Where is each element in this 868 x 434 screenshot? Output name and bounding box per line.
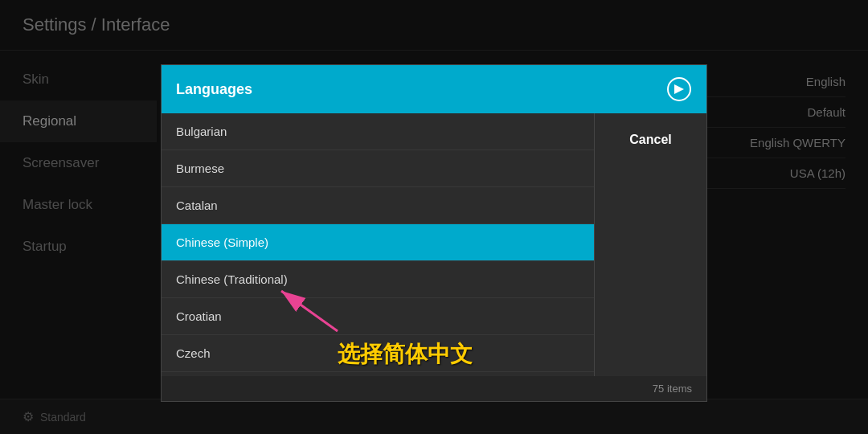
modal-body: Bulgarian Burmese Catalan Chinese (Simpl… xyxy=(162,113,706,376)
modal-header: Languages xyxy=(162,65,706,113)
cancel-button[interactable]: Cancel xyxy=(613,125,687,155)
modal-title: Languages xyxy=(176,81,252,98)
list-item-croatian[interactable]: Croatian xyxy=(162,298,594,335)
modal-overlay: Languages Bulgarian Burmese Catalan Chin… xyxy=(0,0,868,434)
list-item-chinese-traditional[interactable]: Chinese (Traditional) xyxy=(162,261,594,298)
list-item-catalan[interactable]: Catalan xyxy=(162,187,594,224)
list-item-czech[interactable]: Czech xyxy=(162,335,594,372)
kodi-logo-icon xyxy=(666,76,692,102)
language-list[interactable]: Bulgarian Burmese Catalan Chinese (Simpl… xyxy=(162,113,594,376)
modal-actions: Cancel xyxy=(594,113,706,376)
list-item-chinese-simple[interactable]: Chinese (Simple) xyxy=(162,224,594,261)
svg-marker-1 xyxy=(674,84,684,94)
list-item-burmese[interactable]: Burmese xyxy=(162,150,594,187)
items-count: 75 items xyxy=(653,383,692,395)
list-item-bulgarian[interactable]: Bulgarian xyxy=(162,113,594,150)
modal-footer: 75 items xyxy=(162,376,706,401)
languages-modal: Languages Bulgarian Burmese Catalan Chin… xyxy=(161,64,707,402)
